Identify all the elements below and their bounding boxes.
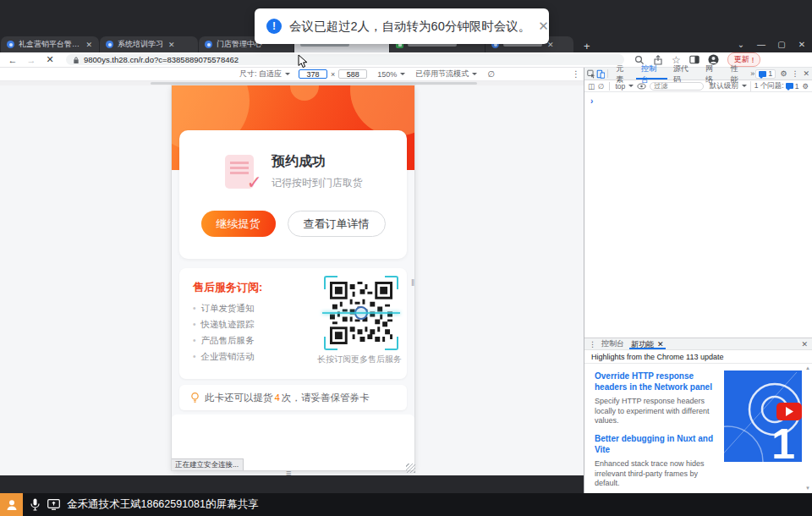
bullet-icon: • bbox=[193, 300, 196, 316]
tab-performance[interactable]: 性能 bbox=[726, 68, 750, 80]
screen-share-icon bbox=[47, 499, 60, 510]
console-sidebar-icon[interactable]: ◫ bbox=[588, 82, 595, 91]
issues-badge[interactable]: 1 bbox=[755, 69, 776, 79]
tab-title: 系统培训学习 bbox=[118, 39, 163, 50]
tab-network[interactable]: 网络 bbox=[700, 68, 725, 80]
success-subtitle: 记得按时到门店取货 bbox=[272, 176, 363, 190]
mouse-cursor bbox=[298, 54, 308, 69]
drawer-tab-console[interactable]: 控制台 bbox=[601, 338, 624, 349]
devtools-close-icon[interactable]: ✕ bbox=[803, 69, 809, 78]
tab-console[interactable]: 控制台 bbox=[636, 68, 667, 80]
update-exclamation: ! bbox=[752, 56, 754, 64]
zoom-value: 150% bbox=[377, 70, 397, 79]
tab-elements[interactable]: 元素 bbox=[611, 68, 635, 80]
list-item: •订单发货通知 bbox=[193, 300, 255, 316]
devtools-panel: 元素 控制台 源代码 网络 性能 » 1 ⚙ ⋮ ✕ ◫ ∅ top bbox=[584, 68, 812, 493]
chevron-down-icon bbox=[628, 85, 634, 87]
chevron-down-icon bbox=[742, 85, 747, 87]
tab-sources[interactable]: 源代码 bbox=[668, 68, 700, 80]
console-filter-input[interactable] bbox=[650, 82, 704, 91]
tab-close-icon[interactable]: ✕ bbox=[167, 41, 176, 49]
scroll-down-icon[interactable]: ▼ bbox=[805, 486, 810, 491]
pickup-notice-card: 此卡还可以提货4次，请妥善保管券卡 bbox=[179, 385, 407, 410]
subscribe-title: 售后服务订阅: bbox=[193, 280, 262, 295]
throttle-label: 已停用节流模式 bbox=[415, 69, 469, 80]
resize-handle-corner[interactable] bbox=[406, 464, 415, 473]
whatsnew-desc: Specify HTTP response headers locally to… bbox=[595, 397, 721, 426]
chevron-down-icon bbox=[285, 73, 290, 75]
whatsnew-link[interactable]: Override HTTP response headers in the Ne… bbox=[595, 371, 721, 392]
document-check-icon: ✓ bbox=[223, 153, 261, 190]
minimize-button[interactable]: — bbox=[751, 40, 771, 49]
drawer-menu-icon[interactable]: ⋮ bbox=[589, 340, 596, 349]
console-output[interactable]: › bbox=[584, 92, 812, 338]
scrollbar-thumb[interactable] bbox=[151, 82, 477, 85]
drawer-scrollbar[interactable]: ▲ ▼ bbox=[804, 365, 811, 491]
times-label: × bbox=[331, 70, 335, 79]
tab-favicon bbox=[205, 41, 212, 48]
more-tabs-icon[interactable]: » bbox=[750, 69, 754, 78]
issues-counter[interactable]: 1 个问题: 1 bbox=[750, 81, 799, 91]
eye-icon[interactable] bbox=[637, 83, 646, 90]
devtools-menu-icon[interactable]: ⋮ bbox=[791, 69, 798, 78]
context-selector[interactable]: top bbox=[615, 82, 625, 91]
zoom-select[interactable]: 150% bbox=[377, 70, 405, 79]
log-level-selector[interactable]: 默认级别 bbox=[710, 81, 738, 91]
whatsnew-link[interactable]: Better debugging in Nuxt and Vite bbox=[595, 433, 721, 455]
continue-pickup-button[interactable]: 继续提货 bbox=[201, 211, 276, 237]
tab-close-icon[interactable]: ✕ bbox=[85, 41, 93, 49]
maximize-button[interactable]: ▢ bbox=[771, 40, 792, 49]
settings-gear-icon[interactable]: ⚙ bbox=[780, 69, 787, 78]
browser-tab-1[interactable]: 礼盒营销平台管理中心 ✕ bbox=[1, 36, 99, 52]
device-toolbar-icon[interactable] bbox=[596, 69, 605, 79]
qr-code[interactable] bbox=[324, 276, 398, 350]
throttle-off-icon: ∅ bbox=[487, 69, 495, 79]
browser-tab-2[interactable]: 系统培训学习 ✕ bbox=[100, 36, 198, 52]
view-order-button[interactable]: 查看订单详情 bbox=[288, 211, 386, 237]
qr-caption: 长按订阅更多售后服务 bbox=[317, 354, 402, 365]
throttle-select[interactable]: 已停用节流模式 bbox=[415, 69, 477, 80]
resize-handle-right[interactable]: ‖ bbox=[411, 278, 414, 288]
emulated-viewport: ✓ 预约成功 记得按时到门店取货 继续提货 查看订单详情 售后服务订阅: •订单… bbox=[0, 85, 584, 475]
console-prompt[interactable]: › bbox=[590, 96, 593, 106]
back-button[interactable]: ← bbox=[3, 55, 22, 65]
drawer-tabbar: ⋮ 控制台 新功能 ✕ ✕ bbox=[584, 338, 812, 350]
window-controls: ⌄ — ▢ ✕ bbox=[731, 36, 812, 52]
console-settings-gear-icon[interactable]: ⚙ bbox=[802, 82, 809, 91]
message-icon bbox=[786, 83, 793, 89]
notice-text: 此卡还可以提货4次，请妥善保管券卡 bbox=[205, 392, 369, 404]
drawer-close-icon[interactable]: ✕ bbox=[801, 340, 808, 349]
scroll-up-icon[interactable]: ▲ bbox=[805, 365, 810, 371]
whatsnew-desc: Enhanced stack trace now hides irrelevan… bbox=[595, 459, 721, 489]
menu-chevron-icon[interactable]: ⌄ bbox=[731, 40, 751, 49]
size-label: 尺寸: 自适应 bbox=[239, 69, 282, 80]
inspect-icon[interactable] bbox=[587, 69, 595, 79]
reservation-success-card: ✓ 预约成功 记得按时到门店取货 继续提货 查看订单详情 bbox=[179, 130, 407, 259]
tab-close-icon[interactable]: ✕ bbox=[657, 340, 664, 349]
lock-icon bbox=[73, 56, 80, 64]
info-icon: ! bbox=[266, 19, 282, 34]
new-tab-button[interactable]: + bbox=[580, 40, 594, 52]
list-item: •产品售后服务 bbox=[193, 332, 255, 349]
device-size-select[interactable]: 尺寸: 自适应 bbox=[239, 69, 290, 80]
stop-button[interactable]: ✕ bbox=[41, 54, 59, 65]
drawer-tab-whatsnew[interactable]: 新功能 ✕ bbox=[629, 338, 666, 349]
list-item: •快递轨迹跟踪 bbox=[193, 316, 255, 332]
viewport-width-input[interactable] bbox=[299, 69, 327, 79]
device-toolbar-menu-icon[interactable]: ⋮ bbox=[572, 69, 580, 79]
after-sales-card: 售后服务订阅: •订单发货通知 •快递轨迹跟踪 •产品售后服务 •企业营销活动 bbox=[179, 268, 407, 379]
console-toolbar: ◫ ∅ top 默认级别 1 个问题: 1 ⚙ bbox=[584, 80, 812, 92]
presenter-tile bbox=[0, 493, 23, 516]
bullet-icon: • bbox=[193, 332, 196, 349]
close-window-button[interactable]: ✕ bbox=[792, 40, 812, 49]
devtools-drawer: ⋮ 控制台 新功能 ✕ ✕ Highlights from the Chrome… bbox=[584, 338, 812, 493]
screen-share-bar: 金禾通技术王斌18662591081的屏幕共享 bbox=[0, 493, 812, 516]
address-bar[interactable]: 9800ys.th28.cn/r.do?c=8385889075578462 bbox=[66, 54, 624, 65]
toast-close-icon[interactable]: ✕ bbox=[538, 19, 549, 34]
clear-console-icon[interactable]: ∅ bbox=[598, 82, 604, 91]
issues-label: 1 个问题: bbox=[754, 81, 784, 91]
forward-button[interactable]: → bbox=[22, 55, 41, 65]
viewport-height-input[interactable] bbox=[338, 69, 367, 79]
chevron-down-icon bbox=[472, 73, 477, 75]
share-text: 金禾通技术王斌18662591081的屏幕共享 bbox=[67, 497, 258, 512]
